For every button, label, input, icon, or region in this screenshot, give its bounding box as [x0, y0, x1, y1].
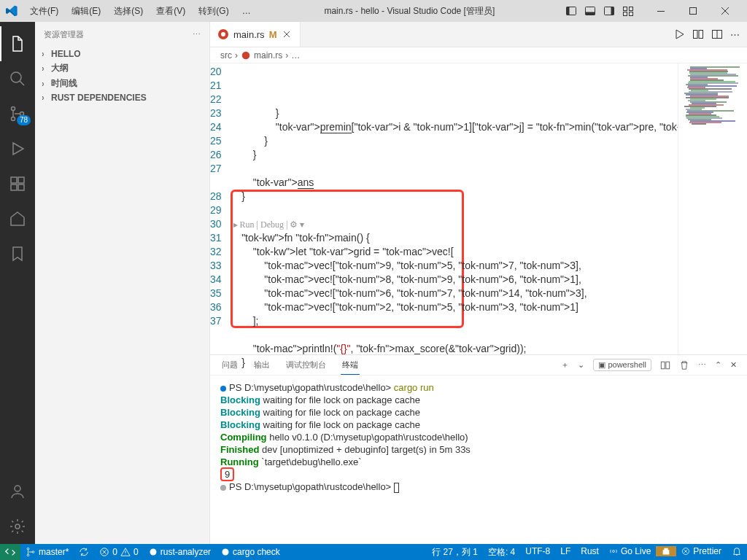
status-spaces[interactable]: 空格: 4	[483, 546, 520, 559]
activity-extensions[interactable]	[0, 166, 35, 201]
svg-rect-17	[11, 184, 17, 190]
status-prettier[interactable]: Prettier	[676, 546, 727, 556]
sidebar-section-rustdeps[interactable]: ›RUST DEPENDENCIES	[35, 91, 209, 104]
maximize-button[interactable]	[677, 0, 709, 22]
line-gutter: 202122232425262728293031323334353637	[210, 63, 231, 354]
code-editor[interactable]: 202122232425262728293031323334353637 } "…	[210, 63, 678, 354]
sidebar-explorer: 资源管理器 ⋯ ›HELLO ›大纲 ›时间线 ›RUST DEPENDENCI…	[35, 22, 210, 544]
terminal-output[interactable]: PS D:\mysetup\gopath\rustcode\hello> car…	[210, 376, 747, 544]
svg-rect-24	[694, 31, 698, 39]
status-cargo-check[interactable]: cargo check	[216, 544, 285, 560]
status-remote[interactable]	[0, 544, 20, 560]
svg-point-21	[15, 524, 20, 529]
svg-rect-9	[630, 12, 633, 16]
diff-icon[interactable]	[711, 28, 723, 40]
toggle-panel-right-icon[interactable]	[601, 3, 617, 19]
sidebar-section-outline[interactable]: ›大纲	[35, 61, 209, 76]
menu-edit[interactable]: 编辑(E)	[66, 2, 106, 20]
status-errors[interactable]: 0 0	[94, 544, 143, 560]
svg-rect-10	[657, 11, 665, 12]
activity-bar: 78	[0, 22, 35, 544]
run-icon[interactable]	[673, 28, 685, 40]
status-encoding[interactable]: UTF-8	[520, 546, 555, 556]
rust-file-icon	[241, 50, 251, 61]
status-branch[interactable]: master*	[20, 544, 74, 560]
svg-rect-3	[586, 12, 595, 15]
toggle-panel-bottom-icon[interactable]	[582, 3, 598, 19]
svg-rect-7	[630, 7, 633, 11]
svg-point-32	[32, 551, 34, 553]
svg-point-34	[150, 549, 156, 556]
rust-file-icon	[217, 28, 229, 40]
activity-debug[interactable]	[0, 131, 35, 166]
tab-main-rs[interactable]: main.rs M	[210, 22, 301, 47]
svg-point-30	[27, 548, 29, 550]
scm-badge: 78	[17, 115, 31, 125]
menu-select[interactable]: 选择(S)	[109, 2, 148, 20]
svg-rect-8	[624, 12, 627, 16]
split-icon[interactable]	[692, 28, 704, 40]
activity-bookmarks[interactable]	[0, 236, 35, 271]
svg-point-23	[221, 32, 225, 36]
sidebar-section-hello[interactable]: ›HELLO	[35, 47, 209, 61]
menu-goto[interactable]: 转到(G)	[193, 2, 233, 20]
svg-point-27	[242, 51, 250, 59]
status-cursor-pos[interactable]: 行 27，列 1	[427, 546, 483, 559]
sidebar-section-timeline[interactable]: ›时间线	[35, 76, 209, 91]
vscode-logo-icon	[6, 5, 18, 17]
close-button[interactable]	[709, 0, 741, 22]
layout-buttons	[563, 3, 636, 19]
status-ext-icon[interactable]	[656, 546, 676, 556]
tab-bar: main.rs M ⋯	[210, 22, 747, 47]
status-eol[interactable]: LF	[555, 546, 576, 556]
svg-rect-25	[699, 31, 703, 39]
minimize-button[interactable]	[645, 0, 677, 22]
svg-point-14	[12, 117, 15, 121]
code-lines[interactable]: } "tok-var">premin["tok-var">i & "tok-nu…	[231, 63, 747, 354]
codelens-run-debug[interactable]: ▸ Run | Debug | ⚙ ▾	[233, 219, 305, 230]
svg-rect-18	[18, 184, 24, 190]
svg-rect-19	[18, 177, 24, 183]
editor-area: main.rs M ⋯ src› main.rs›… 2021222324252…	[210, 22, 747, 544]
status-bar: master* 0 0 rust-analyzer cargo check 行 …	[0, 544, 747, 560]
tab-close-icon[interactable]	[281, 28, 293, 40]
menu-more[interactable]: …	[237, 3, 256, 19]
status-bell-icon[interactable]	[727, 546, 747, 556]
tab-modified-badge: M	[269, 29, 277, 40]
activity-settings[interactable]	[0, 509, 35, 544]
sidebar-title: 资源管理器 ⋯	[35, 22, 209, 47]
tab-more-icon[interactable]: ⋯	[730, 29, 740, 40]
window-title: main.rs - hello - Visual Studio Code [管理…	[259, 5, 560, 18]
status-lang[interactable]: Rust	[576, 546, 604, 556]
minimap[interactable]	[678, 63, 747, 354]
titlebar: 文件(F) 编辑(E) 选择(S) 查看(V) 转到(G) … main.rs …	[0, 0, 747, 22]
svg-rect-1	[567, 7, 570, 15]
activity-account[interactable]	[0, 474, 35, 509]
activity-explorer[interactable]	[0, 26, 35, 61]
status-sync[interactable]	[74, 544, 94, 560]
svg-rect-6	[624, 7, 627, 11]
status-rust-analyzer[interactable]: rust-analyzer	[144, 544, 216, 560]
svg-point-13	[12, 107, 15, 111]
activity-remote[interactable]	[0, 201, 35, 236]
activity-source-control[interactable]: 78	[0, 96, 35, 131]
breadcrumb[interactable]: src› main.rs›…	[210, 47, 747, 63]
svg-point-20	[15, 486, 20, 491]
svg-point-12	[11, 72, 21, 82]
status-golive[interactable]: Go Live	[604, 546, 656, 556]
sidebar-more-icon[interactable]: ⋯	[193, 30, 201, 39]
svg-point-35	[222, 549, 229, 556]
activity-search[interactable]	[0, 61, 35, 96]
customize-layout-icon[interactable]	[620, 3, 636, 19]
menu-file[interactable]: 文件(F)	[25, 2, 63, 20]
bottom-panel: 问题 输出 调试控制台 终端 ＋ ⌄ ▣ powershell ⋯ ⌃ ✕ PS…	[210, 354, 747, 544]
svg-rect-5	[611, 7, 614, 15]
svg-rect-16	[11, 177, 17, 183]
menu-view[interactable]: 查看(V)	[151, 2, 190, 20]
svg-point-36	[612, 550, 614, 552]
svg-rect-11	[690, 8, 697, 15]
toggle-panel-left-icon[interactable]	[563, 3, 579, 19]
svg-point-31	[27, 554, 29, 556]
